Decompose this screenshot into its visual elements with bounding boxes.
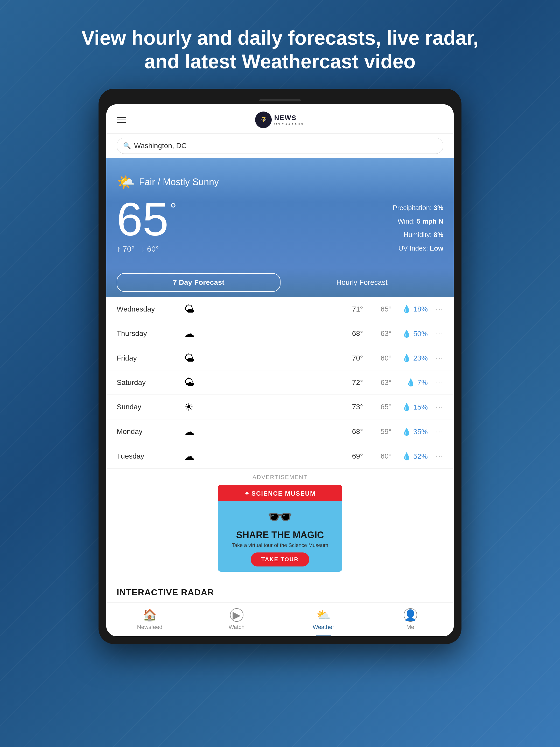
- forecast-row[interactable]: Friday 🌤 70° 60° 💧 23% ···: [106, 346, 454, 370]
- nav-item-watch[interactable]: ▶ Watch: [193, 603, 280, 636]
- logo-text: NEWS ON YOUR SIDE: [274, 114, 305, 126]
- temperature-section: 65° ↑ 70° ↓ 60°: [117, 196, 168, 253]
- forecast-day-name: Sunday: [117, 403, 184, 411]
- forecast-low-temp: 60°: [368, 452, 392, 460]
- forecast-day-name: Saturday: [117, 379, 184, 387]
- newsfeed-icon: 🏠: [142, 608, 157, 622]
- precipitation-row: Precipitation: 3%: [393, 201, 443, 214]
- logo-subtitle-text: ON YOUR SIDE: [274, 122, 305, 126]
- hamburger-line-1: [117, 117, 126, 118]
- app-content: abc 7 NEWS ON YOUR SIDE 🔍 Washington, DC: [106, 104, 454, 636]
- tab-hourly[interactable]: Hourly Forecast: [281, 274, 443, 291]
- watch-label: Watch: [229, 624, 245, 630]
- search-input[interactable]: Washington, DC: [134, 141, 187, 150]
- forecast-more-button[interactable]: ···: [428, 452, 443, 460]
- weather-condition-row: 🌤️ Fair / Mostly Sunny: [117, 174, 443, 191]
- forecast-low-temp: 65°: [368, 403, 392, 411]
- nav-item-weather[interactable]: ⛅ Weather: [280, 603, 367, 636]
- forecast-row[interactable]: Wednesday 🌤 71° 65° 💧 18% ···: [106, 297, 454, 321]
- nav-item-me[interactable]: 👤 Me: [367, 603, 454, 636]
- advertisement-section: ADVERTISEMENT ✦ SCIENCE MUSEUM 🕶️ SHARE …: [106, 469, 454, 579]
- newsfeed-label: Newsfeed: [137, 624, 163, 630]
- temperature-display: 65°: [117, 196, 168, 242]
- hamburger-line-3: [117, 122, 126, 123]
- device-top-bar: [106, 97, 454, 104]
- forecast-row[interactable]: Monday ☁ 68° 59° 💧 35% ···: [106, 419, 454, 444]
- forecast-weather-icon: ☁: [184, 328, 194, 339]
- forecast-low-temp: 63°: [368, 329, 392, 338]
- humidity-value: 8%: [433, 231, 443, 239]
- low-arrow: ↓: [141, 244, 145, 253]
- ad-take-tour-button[interactable]: TAKE TOUR: [251, 552, 309, 566]
- app-header: abc 7 NEWS ON YOUR SIDE: [106, 104, 454, 134]
- forecast-low-temp: 59°: [368, 428, 392, 436]
- forecast-weather-icon: 🌤: [184, 352, 194, 364]
- logo-circle: abc 7: [255, 111, 272, 128]
- forecast-more-button[interactable]: ···: [428, 329, 443, 338]
- search-input-wrapper[interactable]: 🔍 Washington, DC: [117, 138, 443, 154]
- uv-value: Low: [430, 244, 443, 252]
- ad-banner[interactable]: ✦ SCIENCE MUSEUM 🕶️ SHARE THE MAGIC Take…: [218, 485, 342, 572]
- forecast-more-button[interactable]: ···: [428, 379, 443, 387]
- forecast-weather-icon: ☁: [184, 426, 194, 438]
- header-line1: View hourly and daily forecasts, live ra…: [81, 26, 479, 50]
- forecast-weather-icon: ☀: [184, 401, 193, 413]
- bottom-navigation: 🏠 Newsfeed ▶ Watch ⛅ Weather 👤 Me: [106, 602, 454, 636]
- forecast-high-temp: 68°: [340, 428, 363, 436]
- tab-7day[interactable]: 7 Day Forecast: [117, 273, 281, 292]
- forecast-day-name: Thursday: [117, 329, 184, 338]
- forecast-row[interactable]: Sunday ☀ 73° 65° 💧 15% ···: [106, 395, 454, 419]
- forecast-high-temp: 71°: [340, 305, 363, 313]
- forecast-row[interactable]: Thursday ☁ 68° 63° 💧 50% ···: [106, 321, 454, 346]
- device-frame: abc 7 NEWS ON YOUR SIDE 🔍 Washington, DC: [99, 89, 461, 644]
- precip-value: 3%: [433, 204, 443, 212]
- high-temp: 70°: [123, 244, 134, 253]
- forecast-low-temp: 63°: [368, 379, 392, 387]
- ad-label: ADVERTISEMENT: [117, 474, 443, 481]
- forecast-precip: 💧 35%: [397, 428, 428, 436]
- humidity-label: Humidity:: [404, 231, 432, 239]
- weather-main-row: 65° ↑ 70° ↓ 60° Precipitation:: [117, 196, 443, 255]
- weather-condition-icon: 🌤️: [117, 174, 135, 191]
- low-temp: 60°: [147, 244, 159, 253]
- forecast-table: Wednesday 🌤 71° 65° 💧 18% ··· Thursday ☁…: [106, 297, 454, 469]
- forecast-weather-icon: ☁: [184, 450, 194, 462]
- forecast-more-button[interactable]: ···: [428, 403, 443, 411]
- search-bar-container: 🔍 Washington, DC: [106, 134, 454, 158]
- ad-share-text: SHARE THE MAGIC: [224, 530, 336, 540]
- me-icon: 👤: [404, 608, 417, 622]
- radar-title: INTERACTIVE RADAR: [117, 587, 443, 597]
- forecast-more-button[interactable]: ···: [428, 305, 443, 313]
- forecast-precip: 💧 18%: [397, 305, 428, 313]
- ad-glasses-icon: 🕶️: [224, 507, 336, 527]
- weather-details-panel: Precipitation: 3% Wind: 5 mph N Humidity…: [393, 196, 443, 255]
- watch-icon: ▶: [230, 608, 243, 622]
- forecast-more-button[interactable]: ···: [428, 428, 443, 436]
- forecast-more-button[interactable]: ···: [428, 354, 443, 362]
- ad-star-icon: ✦: [244, 490, 250, 497]
- forecast-high-temp: 69°: [340, 452, 363, 460]
- high-arrow: ↑: [117, 244, 121, 253]
- nav-item-newsfeed[interactable]: 🏠 Newsfeed: [106, 603, 193, 636]
- hamburger-line-2: [117, 120, 126, 120]
- forecast-precip: 💧 7%: [397, 378, 428, 387]
- forecast-low-temp: 60°: [368, 354, 392, 362]
- uv-row: UV Index: Low: [393, 241, 443, 255]
- forecast-weather-icon: 🌤: [184, 377, 194, 388]
- forecast-high-temp: 68°: [340, 329, 363, 338]
- forecast-day-name: Wednesday: [117, 305, 184, 313]
- forecast-high-temp: 70°: [340, 354, 363, 362]
- wind-value: 5 mph N: [417, 217, 443, 225]
- hamburger-button[interactable]: [117, 117, 126, 123]
- weather-condition-text: Fair / Mostly Sunny: [139, 177, 219, 187]
- precip-label: Precipitation:: [393, 204, 432, 212]
- forecast-row[interactable]: Tuesday ☁ 69° 60° 💧 52% ···: [106, 444, 454, 469]
- device-speaker: [259, 99, 301, 101]
- ad-sub-text: Take a virtual tour of the Science Museu…: [224, 542, 336, 548]
- nav-active-indicator: [316, 636, 331, 636]
- radar-section: INTERACTIVE RADAR: [106, 579, 454, 602]
- forecast-row[interactable]: Saturday 🌤 72° 63° 💧 7% ···: [106, 370, 454, 395]
- logo-news-text: NEWS: [274, 114, 305, 122]
- forecast-low-temp: 65°: [368, 305, 392, 313]
- forecast-weather-icon: 🌤: [184, 303, 194, 315]
